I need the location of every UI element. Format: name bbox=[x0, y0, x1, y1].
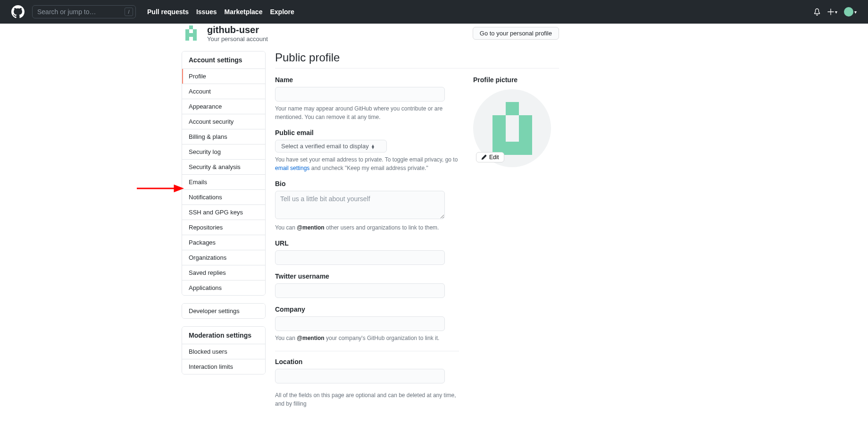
public-email-note: You have set your email address to priva… bbox=[275, 155, 459, 172]
sidebar-item-packages[interactable]: Packages bbox=[182, 235, 265, 250]
select-caret-icon: ▴▾ bbox=[372, 144, 374, 149]
header-nav: Pull requests Issues Marketplace Explore bbox=[147, 8, 294, 16]
sidebar-item-notifications[interactable]: Notifications bbox=[182, 190, 265, 205]
sidebar-item-blocked-users[interactable]: Blocked users bbox=[182, 344, 265, 359]
annotation-arrow bbox=[137, 184, 184, 194]
twitter-label: Twitter username bbox=[275, 272, 459, 280]
nav-pull-requests[interactable]: Pull requests bbox=[147, 8, 189, 16]
name-input[interactable] bbox=[275, 87, 445, 102]
sidebar-item-ssh-gpg[interactable]: SSH and GPG keys bbox=[182, 205, 265, 220]
bio-note: You can @mention other users and organiz… bbox=[275, 223, 459, 232]
sidebar-item-security-analysis[interactable]: Security & analysis bbox=[182, 160, 265, 175]
svg-marker-18 bbox=[175, 186, 182, 191]
avatar-icon bbox=[844, 7, 853, 17]
twitter-input[interactable] bbox=[275, 283, 445, 298]
create-new-dropdown[interactable]: ▾ bbox=[827, 8, 837, 15]
sidebar-item-account[interactable]: Account bbox=[182, 84, 265, 99]
nav-explore[interactable]: Explore bbox=[270, 8, 294, 16]
url-input[interactable] bbox=[275, 250, 445, 265]
svg-rect-1 bbox=[189, 26, 193, 29]
location-input[interactable] bbox=[275, 369, 445, 383]
sidebar-section-account: Account settings bbox=[182, 51, 265, 69]
sidebar-item-profile[interactable]: Profile bbox=[182, 69, 265, 84]
sidebar-item-saved-replies[interactable]: Saved replies bbox=[182, 265, 265, 280]
company-input[interactable] bbox=[275, 316, 445, 331]
profile-avatar-small bbox=[182, 24, 200, 42]
profile-picture-label: Profile picture bbox=[473, 76, 558, 84]
settings-sidebar: Account settings Profile Account Appeara… bbox=[182, 51, 266, 382]
svg-rect-7 bbox=[185, 37, 189, 41]
svg-rect-14 bbox=[506, 142, 519, 155]
sidebar-item-repositories[interactable]: Repositories bbox=[182, 220, 265, 235]
account-type: Your personal account bbox=[207, 35, 268, 42]
user-menu[interactable]: ▾ bbox=[844, 7, 857, 17]
sidebar-item-account-security[interactable]: Account security bbox=[182, 114, 265, 129]
page-title: Public profile bbox=[275, 51, 559, 68]
sidebar-item-emails[interactable]: Emails bbox=[182, 175, 265, 190]
sidebar-item-developer-settings[interactable]: Developer settings bbox=[182, 304, 265, 318]
public-email-label: Public email bbox=[275, 129, 459, 136]
nav-marketplace[interactable]: Marketplace bbox=[225, 8, 263, 16]
sidebar-section-moderation: Moderation settings bbox=[182, 327, 265, 344]
email-settings-link[interactable]: email settings bbox=[275, 165, 309, 171]
svg-rect-10 bbox=[492, 115, 506, 128]
svg-rect-8 bbox=[193, 37, 197, 41]
sidebar-item-organizations[interactable]: Organizations bbox=[182, 250, 265, 265]
notifications-icon[interactable] bbox=[813, 8, 821, 16]
public-email-select[interactable]: Select a verified email to display ▴▾ bbox=[275, 140, 387, 153]
go-to-profile-button[interactable]: Go to your personal profile bbox=[473, 27, 559, 40]
svg-rect-12 bbox=[492, 128, 506, 142]
sidebar-item-billing[interactable]: Billing & plans bbox=[182, 129, 265, 144]
svg-rect-3 bbox=[193, 29, 197, 33]
company-note: You can @mention your company's GitHub o… bbox=[275, 334, 459, 342]
footer-note: All of the fields on this page are optio… bbox=[275, 391, 459, 408]
edit-picture-label: Edit bbox=[489, 154, 499, 161]
public-email-selected: Select a verified email to display bbox=[281, 143, 369, 150]
search-slash-hint: / bbox=[125, 8, 133, 16]
location-label: Location bbox=[275, 358, 459, 366]
sidebar-item-security-log[interactable]: Security log bbox=[182, 144, 265, 160]
svg-rect-5 bbox=[189, 33, 193, 37]
bio-input[interactable] bbox=[275, 191, 445, 219]
svg-rect-4 bbox=[185, 33, 189, 37]
site-header: / Pull requests Issues Marketplace Explo… bbox=[0, 0, 868, 24]
sidebar-item-applications[interactable]: Applications bbox=[182, 280, 265, 295]
svg-rect-16 bbox=[519, 142, 532, 155]
sidebar-item-appearance[interactable]: Appearance bbox=[182, 99, 265, 114]
search-input[interactable] bbox=[32, 5, 136, 18]
svg-rect-9 bbox=[506, 102, 519, 115]
svg-rect-2 bbox=[185, 29, 189, 33]
url-label: URL bbox=[275, 239, 459, 247]
bio-label: Bio bbox=[275, 180, 459, 187]
github-logo[interactable] bbox=[11, 5, 25, 18]
pencil-icon bbox=[481, 154, 487, 160]
sidebar-item-interaction-limits[interactable]: Interaction limits bbox=[182, 359, 265, 374]
company-label: Company bbox=[275, 306, 459, 313]
nav-issues[interactable]: Issues bbox=[196, 8, 217, 16]
profile-header: github-user Your personal account Go to … bbox=[182, 24, 559, 42]
svg-rect-13 bbox=[519, 128, 532, 142]
main-content: Public profile Name Your name may appear… bbox=[275, 51, 559, 408]
username: github-user bbox=[207, 24, 268, 35]
search-box: / bbox=[32, 5, 136, 18]
svg-rect-11 bbox=[519, 115, 532, 128]
section-divider bbox=[275, 351, 459, 351]
svg-rect-6 bbox=[193, 33, 197, 37]
edit-picture-button[interactable]: Edit bbox=[476, 152, 504, 162]
name-label: Name bbox=[275, 76, 459, 84]
name-note: Your name may appear around GitHub where… bbox=[275, 104, 459, 121]
